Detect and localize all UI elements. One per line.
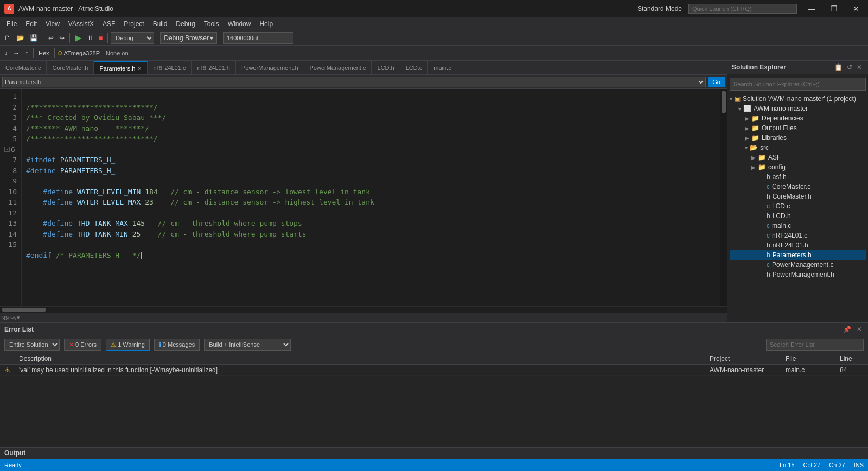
col-file[interactable]: File bbox=[781, 353, 835, 365]
menu-vassistx[interactable]: VAssistX bbox=[64, 19, 98, 29]
project-label: AWM-nano-master bbox=[754, 105, 808, 112]
step-out-btn[interactable]: ↑ bbox=[23, 48, 30, 58]
se-output-files[interactable]: ▶ 📁 Output Files bbox=[730, 123, 866, 133]
se-dependencies[interactable]: ▶ 📁 Dependencies bbox=[730, 113, 866, 123]
se-libraries[interactable]: ▶ 📁 Libraries bbox=[730, 133, 866, 143]
zoom-dropdown-icon[interactable]: ▾ bbox=[17, 314, 20, 321]
se-asf-h[interactable]: h asf.h bbox=[730, 172, 866, 182]
tab-powermgmt-c[interactable]: PowerManagement.c bbox=[304, 61, 372, 74]
se-main-c[interactable]: c main.c bbox=[730, 221, 866, 231]
tab-powermgmt-h[interactable]: PowerManagement.h bbox=[236, 61, 304, 74]
hscroll-thumb[interactable] bbox=[2, 308, 46, 312]
error-panel-pin-btn[interactable]: 📌 bbox=[841, 325, 853, 334]
error-row-1[interactable]: ⚠ 'val' may be used uninitialized in thi… bbox=[0, 365, 868, 376]
line-num-9: 9 bbox=[4, 176, 17, 187]
menu-asf[interactable]: ASF bbox=[98, 19, 119, 29]
line-num-2: 2 bbox=[4, 102, 17, 113]
editor-scrollbar[interactable] bbox=[720, 89, 727, 306]
error-panel-close-btn[interactable]: ✕ bbox=[855, 325, 864, 334]
se-search-input[interactable] bbox=[730, 78, 866, 91]
solution-explorer: Solution Explorer 📋 ↺ ✕ ▾ ▣ Solution 'AW… bbox=[727, 61, 868, 322]
code-content[interactable]: /*****************************/ /*** Cre… bbox=[22, 89, 720, 306]
minimize-button[interactable]: — bbox=[803, 2, 820, 15]
error-scope-dropdown[interactable]: Entire Solution bbox=[4, 339, 60, 351]
line-num-4: 4 bbox=[4, 123, 17, 134]
code-editor[interactable]: 1 2 3 4 5 -6 7 8 9 10 11 12 13 14 15 /**… bbox=[0, 89, 727, 306]
build-intellisense-dropdown[interactable]: Build + IntelliSense bbox=[204, 339, 291, 351]
go-button[interactable]: Go bbox=[708, 77, 725, 87]
tab-nrf24l01-c[interactable]: nRF24L01.c bbox=[148, 61, 192, 74]
errors-filter-btn[interactable]: ✕ 0 Errors bbox=[64, 339, 101, 351]
se-title: Solution Explorer bbox=[732, 63, 786, 71]
se-asf[interactable]: ▶ 📁 ASF bbox=[730, 152, 866, 162]
error-err-icon: ✕ bbox=[69, 341, 74, 348]
status-bar: Ready Ln 15 Col 27 Ch 27 INS bbox=[0, 459, 868, 471]
menu-edit[interactable]: Edit bbox=[21, 19, 41, 29]
menu-view[interactable]: View bbox=[41, 19, 64, 29]
debug-browser-button[interactable]: Debug Browser ▾ bbox=[160, 32, 217, 44]
redo-btn[interactable]: ↪ bbox=[57, 33, 67, 43]
open-btn[interactable]: 📂 bbox=[14, 33, 27, 43]
se-project[interactable]: ▾ ⬜ AWM-nano-master bbox=[730, 104, 866, 113]
tab-nrf24l01-h[interactable]: nRF24L01.h bbox=[192, 61, 236, 74]
se-close-btn[interactable]: ✕ bbox=[855, 63, 864, 72]
menu-debug[interactable]: Debug bbox=[171, 19, 199, 29]
se-config[interactable]: ▶ 📁 config bbox=[730, 162, 866, 172]
menu-help[interactable]: Help bbox=[255, 19, 277, 29]
logo-text: A bbox=[7, 5, 11, 11]
tab-lcd-h[interactable]: LCD.h bbox=[372, 61, 400, 74]
col-project[interactable]: Project bbox=[705, 353, 781, 365]
quick-launch-input[interactable] bbox=[688, 4, 797, 14]
tab-lcd-c[interactable]: LCD.c bbox=[400, 61, 429, 74]
se-lcd-h[interactable]: h LCD.h bbox=[730, 211, 866, 221]
se-coremaster-c[interactable]: c CoreMaster.c bbox=[730, 182, 866, 192]
se-pm-h[interactable]: h PowerManagement.h bbox=[730, 270, 866, 279]
step-over-btn[interactable]: → bbox=[11, 48, 22, 58]
warnings-filter-btn[interactable]: ⚠ 1 Warning bbox=[106, 339, 150, 351]
tab-main-c[interactable]: main.c bbox=[428, 61, 457, 74]
menu-project[interactable]: Project bbox=[119, 19, 148, 29]
tab-close-icon[interactable]: ✕ bbox=[137, 66, 142, 72]
se-properties-btn[interactable]: 📋 bbox=[833, 63, 844, 72]
tab-parameters-h[interactable]: Parameters.h ✕ bbox=[94, 61, 148, 74]
error-search-input[interactable] bbox=[766, 339, 864, 351]
save-btn[interactable]: 💾 bbox=[28, 33, 40, 43]
se-solution[interactable]: ▾ ▣ Solution 'AWM-nano-master' (1 projec… bbox=[730, 94, 866, 104]
menu-tools[interactable]: Tools bbox=[200, 19, 224, 29]
col-line[interactable]: Line bbox=[835, 353, 868, 365]
se-src[interactable]: ▾ 📂 src bbox=[730, 143, 866, 152]
frequency-input[interactable] bbox=[223, 32, 293, 44]
se-parameters-h[interactable]: h Parameters.h bbox=[730, 250, 866, 260]
stop-btn[interactable]: ■ bbox=[97, 33, 105, 43]
maximize-button[interactable]: ❐ bbox=[826, 2, 842, 15]
se-coremaster-h[interactable]: h CoreMaster.h bbox=[730, 192, 866, 201]
close-button[interactable]: ✕ bbox=[848, 2, 864, 15]
tab-coremaster-c[interactable]: CoreMaster.c bbox=[0, 61, 47, 74]
output-title: Output bbox=[4, 449, 25, 457]
scrollbar-thumb[interactable] bbox=[722, 91, 726, 113]
tab-coremaster-h[interactable]: CoreMaster.h bbox=[47, 61, 94, 74]
menu-file[interactable]: File bbox=[2, 19, 21, 29]
se-nrf24-c[interactable]: c nRF24L01.c bbox=[730, 231, 866, 240]
standard-mode-label: Standard Mode bbox=[637, 5, 682, 12]
c-file-icon: c bbox=[767, 222, 770, 230]
horizontal-scrollbar[interactable] bbox=[0, 306, 727, 313]
new-btn[interactable]: 🗋 bbox=[2, 33, 13, 43]
messages-filter-btn[interactable]: ℹ 0 Messages bbox=[154, 339, 200, 351]
se-lcd-c[interactable]: c LCD.c bbox=[730, 201, 866, 211]
info-icon: ℹ bbox=[159, 341, 161, 348]
col-description[interactable]: Description bbox=[15, 353, 705, 365]
undo-btn[interactable]: ↩ bbox=[46, 33, 56, 43]
nav-dropdown[interactable]: Parameters.h bbox=[2, 77, 706, 87]
se-nrf24-h[interactable]: h nRF24L01.h bbox=[730, 240, 866, 250]
menu-build[interactable]: Build bbox=[149, 19, 172, 29]
step-in-btn[interactable]: ↓ bbox=[2, 48, 10, 58]
se-pm-c[interactable]: c PowerManagement.c bbox=[730, 260, 866, 270]
debug-config-dropdown[interactable]: Debug bbox=[111, 32, 154, 44]
se-refresh-btn[interactable]: ↺ bbox=[845, 63, 854, 72]
device-icon: ⬡ bbox=[58, 50, 62, 56]
folder-icon: 📁 bbox=[751, 124, 760, 132]
pause-btn[interactable]: ⏸ bbox=[85, 33, 95, 43]
menu-window[interactable]: Window bbox=[224, 19, 256, 29]
run-btn[interactable]: ▶ bbox=[73, 31, 84, 44]
